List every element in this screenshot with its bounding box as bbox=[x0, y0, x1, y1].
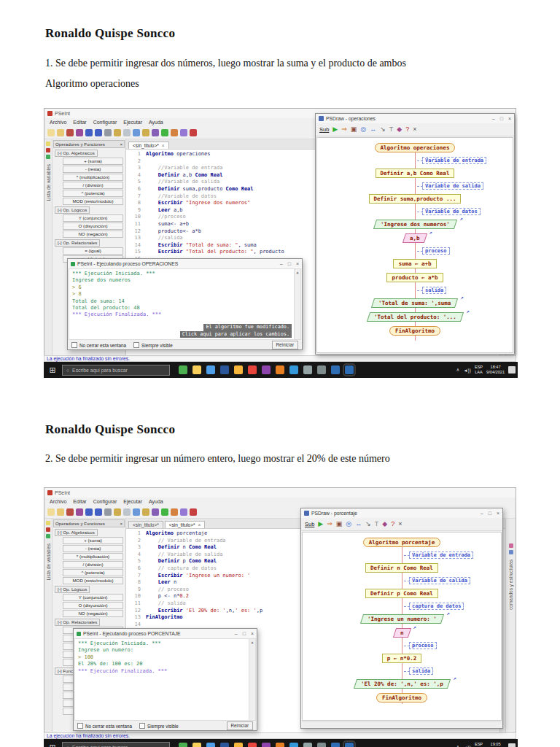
editor-tab[interactable]: <sin_titulo>* bbox=[128, 521, 163, 528]
flow-input-node[interactable]: n bbox=[393, 628, 411, 638]
chrome-icon[interactable] bbox=[248, 743, 257, 747]
cut-icon[interactable] bbox=[104, 508, 112, 516]
tray-expand-icon[interactable]: ∧ bbox=[456, 367, 459, 373]
photos-icon[interactable] bbox=[262, 365, 271, 374]
flow-output-node[interactable]: 'El 20% de: ',n,' es: ',p bbox=[353, 679, 450, 689]
paint-icon[interactable]: ◆ bbox=[397, 126, 402, 133]
menu-editar[interactable]: Editar bbox=[73, 499, 86, 504]
vlc-icon[interactable] bbox=[276, 365, 284, 374]
word-icon[interactable] bbox=[220, 743, 229, 747]
leaf-icon[interactable] bbox=[179, 743, 187, 747]
menu-editar[interactable]: Editar bbox=[73, 120, 86, 125]
operator-group-header[interactable]: [-] Op. Algebraicos bbox=[55, 150, 98, 157]
move-icon[interactable]: ↘ bbox=[365, 521, 371, 527]
flow-output-node[interactable]: 'Ingrese dos numeros' bbox=[373, 220, 456, 229]
store-icon[interactable] bbox=[206, 365, 215, 374]
minimize-icon[interactable]: – bbox=[492, 116, 495, 121]
flowchart-canvas[interactable]: Algoritmo porcentajeVariable de entradaD… bbox=[302, 532, 502, 721]
flow-process-node[interactable]: Definir n Como Real bbox=[365, 563, 438, 573]
refresh-icon[interactable] bbox=[46, 155, 50, 159]
minimize-icon[interactable]: – bbox=[481, 511, 483, 516]
minimize-icon[interactable]: – bbox=[280, 261, 283, 266]
maximize-icon[interactable]: □ bbox=[500, 116, 503, 121]
run-icon[interactable] bbox=[161, 129, 168, 136]
start-button[interactable]: ⊞ bbox=[46, 365, 59, 375]
undo-icon[interactable] bbox=[85, 508, 93, 516]
operator-group-header[interactable]: [-] Op. Relacionales bbox=[55, 239, 100, 247]
operator-button[interactable]: + (suma) bbox=[63, 158, 123, 165]
folder-icon[interactable] bbox=[192, 743, 201, 747]
step-icon[interactable] bbox=[171, 508, 178, 516]
comment-icon[interactable] bbox=[142, 129, 149, 136]
menu-configurar[interactable]: Configurar bbox=[93, 120, 117, 125]
always-visible-checkbox[interactable]: Siempre visible bbox=[139, 723, 179, 729]
sliders-icon[interactable] bbox=[303, 743, 312, 747]
edit-icon[interactable]: T bbox=[375, 521, 379, 527]
cut-icon[interactable] bbox=[104, 129, 112, 136]
save-icon[interactable] bbox=[66, 129, 74, 136]
mail-icon[interactable] bbox=[289, 743, 298, 747]
flow-terminal-node[interactable]: FinAlgoritmo bbox=[376, 693, 427, 703]
flow-output-node[interactable]: 'Total del producto: '... bbox=[366, 312, 463, 322]
operator-button[interactable]: ^ (potencia) bbox=[63, 569, 123, 576]
step-icon[interactable]: ⇒ bbox=[341, 126, 347, 133]
editor-tab[interactable]: <sin_titulo>*× bbox=[165, 521, 206, 528]
operator-button[interactable]: = (igual) bbox=[63, 247, 123, 255]
help-icon[interactable] bbox=[190, 129, 197, 136]
open-icon[interactable] bbox=[57, 129, 64, 136]
close-icon[interactable]: × bbox=[120, 521, 122, 526]
flow-process-node[interactable]: Definir p Como Real bbox=[365, 589, 438, 598]
store-icon[interactable] bbox=[206, 743, 215, 747]
chrome-icon[interactable] bbox=[248, 365, 257, 374]
copy-icon[interactable] bbox=[114, 508, 121, 516]
colors-icon[interactable] bbox=[152, 508, 159, 516]
operator-button[interactable]: NO (negación) bbox=[63, 610, 123, 617]
maximize-icon[interactable]: □ bbox=[243, 631, 246, 636]
operator-button[interactable]: - (resta) bbox=[63, 545, 123, 552]
paste-icon[interactable] bbox=[123, 508, 131, 516]
copy-icon[interactable] bbox=[114, 129, 121, 136]
operator-button[interactable]: ^ (potencia) bbox=[63, 190, 123, 197]
close-icon[interactable]: × bbox=[251, 631, 254, 636]
redo-icon[interactable] bbox=[95, 129, 102, 136]
run-icon[interactable]: ▶ bbox=[332, 126, 338, 133]
save-all-icon[interactable] bbox=[76, 508, 83, 516]
lightning-icon[interactable] bbox=[234, 365, 243, 374]
operator-button[interactable]: MOD (resto/modulo) bbox=[63, 577, 123, 584]
language-indicator[interactable]: ESPLAA bbox=[475, 365, 483, 374]
flow-output-node[interactable]: 'Total de suma: ',suma bbox=[371, 298, 459, 308]
minimize-icon[interactable]: – bbox=[235, 631, 238, 636]
close-icon[interactable]: × bbox=[120, 142, 122, 147]
fit-icon[interactable]: ↔ bbox=[355, 521, 362, 527]
restart-button[interactable]: Reiniciar bbox=[272, 341, 299, 349]
vlc-icon[interactable] bbox=[276, 743, 284, 747]
new-doc-icon[interactable] bbox=[46, 521, 50, 525]
menu-archivo[interactable]: Archivo bbox=[50, 120, 66, 125]
tray-expand-icon[interactable]: ∧ bbox=[456, 744, 459, 747]
flow-process-node[interactable]: suma ← a+b bbox=[393, 259, 436, 268]
flow-terminal-node[interactable]: FinAlgoritmo bbox=[389, 326, 440, 336]
flow-process-node[interactable]: producto ← a*b bbox=[386, 273, 443, 282]
console-scrollbar[interactable]: ▲ bbox=[294, 269, 300, 339]
pseint-icon[interactable] bbox=[331, 743, 340, 747]
volume-icon[interactable]: ◄)) bbox=[463, 745, 471, 747]
variables-panel-tab[interactable]: Lista de variables bbox=[46, 543, 51, 581]
maximize-icon[interactable]: □ bbox=[288, 261, 291, 266]
operator-button[interactable]: Y (conjunción) bbox=[63, 594, 123, 601]
start-button[interactable]: ⊞ bbox=[46, 743, 59, 747]
step-icon[interactable] bbox=[171, 129, 178, 136]
menu-archivo[interactable]: Archivo bbox=[50, 499, 66, 504]
leaf-icon[interactable] bbox=[179, 365, 187, 374]
keep-open-checkbox[interactable]: No cerrar esta ventana bbox=[77, 723, 132, 729]
sub-label[interactable]: Sub bbox=[305, 521, 314, 527]
new-doc-icon[interactable] bbox=[46, 142, 50, 146]
flow-process-node[interactable]: Definir suma,producto ... bbox=[369, 194, 462, 204]
new-file-icon[interactable] bbox=[47, 129, 55, 136]
operator-button[interactable]: * (multiplicación) bbox=[63, 553, 123, 560]
restart-button[interactable]: Reiniciar bbox=[227, 721, 254, 730]
settings-icon[interactable] bbox=[317, 365, 326, 374]
menu-configurar[interactable]: Configurar bbox=[93, 499, 117, 504]
edit-icon[interactable]: T bbox=[389, 126, 394, 133]
operator-group-header[interactable]: [-] Op. Lógicos bbox=[55, 206, 90, 214]
operator-button[interactable]: NO (negación) bbox=[63, 231, 123, 238]
